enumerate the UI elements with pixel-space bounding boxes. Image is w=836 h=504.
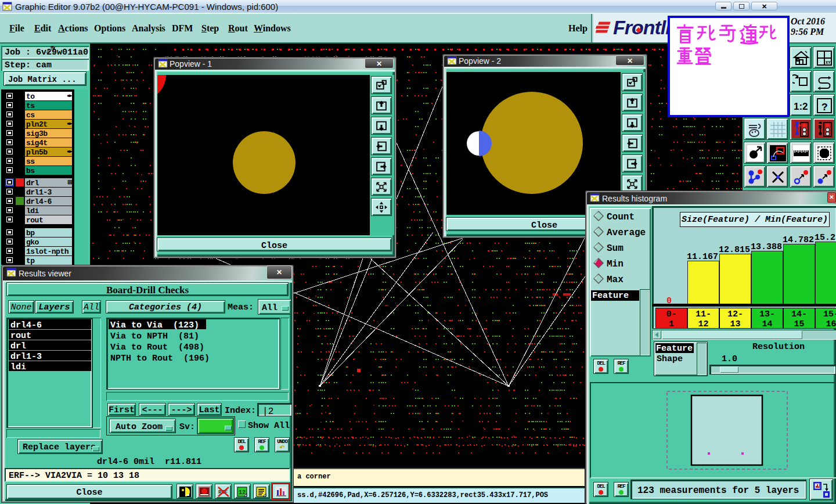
svg-text:XY: XY	[826, 60, 831, 65]
svg-text:1:2: 1:2	[794, 101, 808, 112]
svg-text:?: ?	[821, 102, 828, 113]
svg-text:12: 12	[239, 489, 246, 496]
